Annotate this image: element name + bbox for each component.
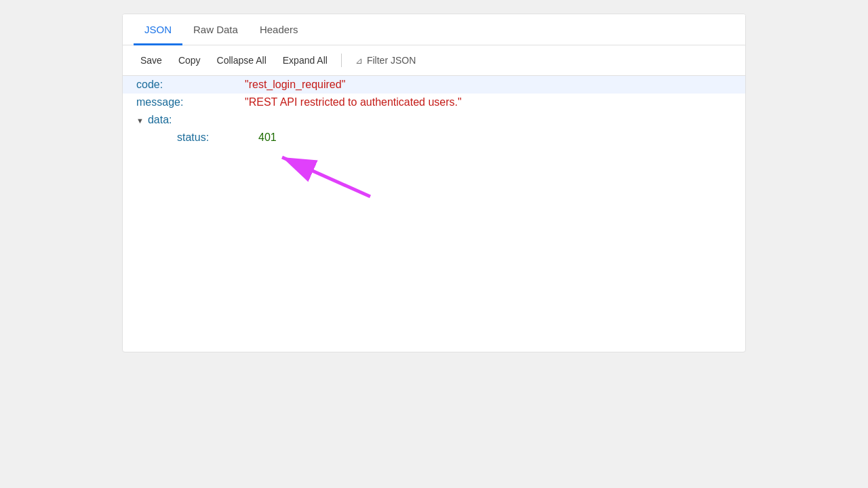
toolbar-divider: [341, 54, 342, 67]
svg-line-1: [282, 157, 370, 197]
data-row: ▼ data:: [123, 111, 745, 129]
tab-json[interactable]: JSON: [134, 14, 182, 45]
message-key: message:: [136, 96, 245, 108]
tab-bar: JSON Raw Data Headers: [123, 14, 745, 45]
collapse-all-button[interactable]: Collapse All: [210, 51, 273, 70]
main-panel: JSON Raw Data Headers Save Copy Collapse…: [122, 14, 746, 352]
code-value: "rest_login_required": [245, 79, 345, 91]
status-value: 401: [258, 131, 277, 144]
filter-json-button[interactable]: ⊿ Filter JSON: [349, 51, 422, 70]
status-row: status: 401: [123, 129, 745, 146]
collapse-toggle[interactable]: ▼: [136, 117, 144, 125]
message-row: message: "REST API restricted to authent…: [123, 94, 745, 111]
code-row: code: "rest_login_required": [123, 76, 745, 94]
json-rows: code: "rest_login_required" message: "RE…: [123, 76, 745, 146]
save-button[interactable]: Save: [134, 51, 169, 70]
filter-icon: ⊿: [355, 56, 363, 66]
code-key: code:: [136, 79, 245, 91]
tab-headers[interactable]: Headers: [249, 14, 309, 45]
message-value: "REST API restricted to authenticated us…: [245, 96, 462, 108]
status-key: status:: [177, 131, 258, 144]
filter-label: Filter JSON: [367, 55, 416, 66]
toolbar: Save Copy Collapse All Expand All ⊿ Filt…: [123, 45, 745, 76]
arrow-annotation: [245, 150, 380, 205]
tab-raw-data[interactable]: Raw Data: [182, 14, 249, 45]
data-key: data:: [148, 114, 172, 126]
expand-all-button[interactable]: Expand All: [276, 51, 334, 70]
copy-button[interactable]: Copy: [172, 51, 208, 70]
json-viewer: code: "rest_login_required" message: "RE…: [123, 76, 745, 146]
